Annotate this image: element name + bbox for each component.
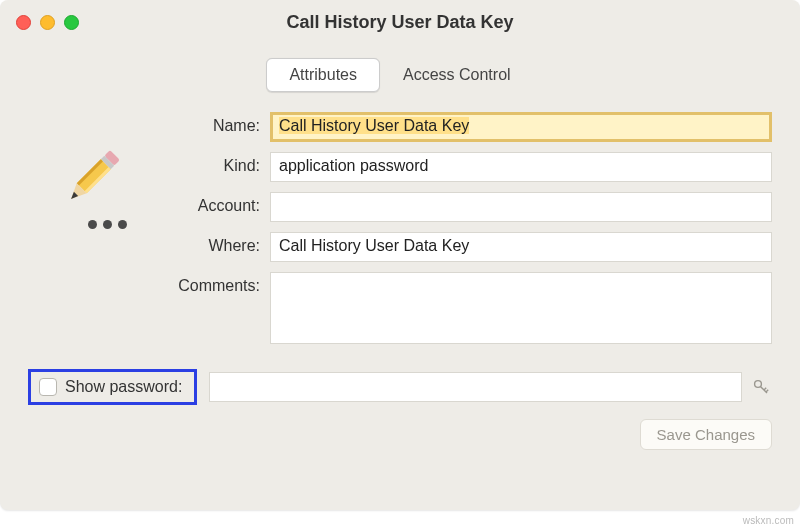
pencil-dots-icon <box>54 138 132 229</box>
comments-field[interactable] <box>270 272 772 344</box>
password-row: Show password: <box>0 357 800 405</box>
account-field[interactable] <box>270 192 772 222</box>
content-area: Name: Call History User Data Key Kind: a… <box>0 98 800 357</box>
label-kind: Kind: <box>158 152 270 175</box>
window-title: Call History User Data Key <box>0 12 800 33</box>
tab-access-control[interactable]: Access Control <box>380 58 534 92</box>
titlebar: Call History User Data Key <box>0 0 800 44</box>
name-field[interactable]: Call History User Data Key <box>270 112 772 142</box>
key-icon[interactable] <box>750 376 772 398</box>
label-where: Where: <box>158 232 270 255</box>
button-row: Save Changes <box>0 405 800 450</box>
label-name: Name: <box>158 112 270 135</box>
icon-column <box>28 112 158 357</box>
password-field[interactable] <box>209 372 742 402</box>
label-account: Account: <box>158 192 270 215</box>
tab-bar: Attributes Access Control <box>0 44 800 98</box>
close-button[interactable] <box>16 15 31 30</box>
show-password-checkbox[interactable] <box>39 378 57 396</box>
show-password-highlight: Show password: <box>28 369 197 405</box>
attributes-form: Name: Call History User Data Key Kind: a… <box>158 112 772 357</box>
label-show-password: Show password: <box>65 378 182 396</box>
zoom-button[interactable] <box>64 15 79 30</box>
tab-attributes[interactable]: Attributes <box>266 58 380 92</box>
svg-rect-2 <box>77 159 111 193</box>
svg-point-7 <box>755 381 762 388</box>
minimize-button[interactable] <box>40 15 55 30</box>
label-comments: Comments: <box>158 272 270 295</box>
keychain-item-window: Call History User Data Key Attributes Ac… <box>0 0 800 510</box>
save-changes-button[interactable]: Save Changes <box>640 419 772 450</box>
where-field[interactable]: Call History User Data Key <box>270 232 772 262</box>
svg-line-9 <box>764 388 766 390</box>
watermark: wskxn.com <box>743 515 794 526</box>
svg-line-10 <box>766 390 768 392</box>
ellipsis-icon <box>88 220 127 229</box>
kind-field[interactable]: application password <box>270 152 772 182</box>
window-controls <box>16 0 79 44</box>
